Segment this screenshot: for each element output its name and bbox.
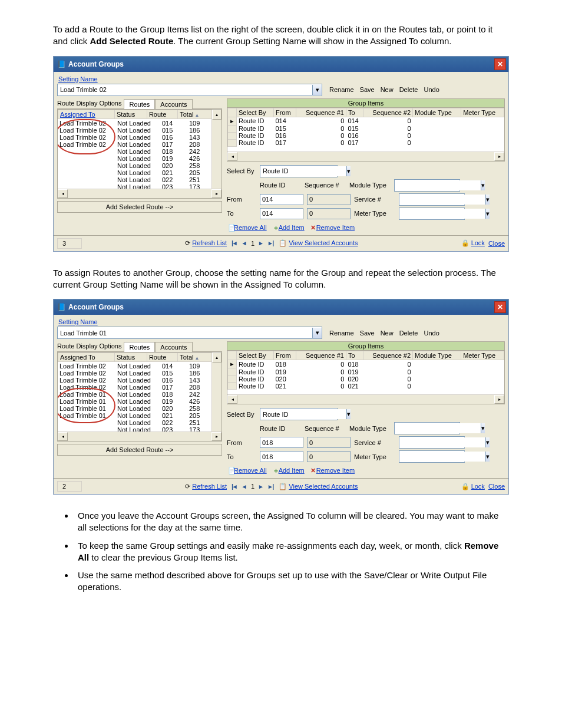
table-row[interactable]: ▸Route ID01800180 xyxy=(228,360,504,368)
chevron-down-icon[interactable]: ▾ xyxy=(481,423,485,433)
col-meter-type[interactable]: Meter Type xyxy=(461,351,504,360)
col-status[interactable]: Status xyxy=(114,353,147,362)
chevron-down-icon[interactable]: ▾ xyxy=(312,85,322,95)
col-from[interactable]: From xyxy=(273,108,296,117)
table-row[interactable]: Not Loaded022251 xyxy=(58,419,203,426)
to-route-input[interactable]: 014 xyxy=(260,208,303,219)
nav-last-icon[interactable]: ▸| xyxy=(267,239,275,247)
table-row[interactable]: Not Loaded020258 xyxy=(58,162,203,169)
col-meter-type[interactable]: Meter Type xyxy=(461,108,504,117)
setting-name-input[interactable] xyxy=(58,328,312,338)
chevron-down-icon[interactable]: ▾ xyxy=(485,437,490,447)
add-item-button[interactable]: ＋Add Item xyxy=(273,466,305,475)
tab-routes[interactable]: Routes xyxy=(124,99,155,109)
table-row[interactable]: Not Loaded022251 xyxy=(58,176,203,183)
setting-name-combo[interactable]: ▾ xyxy=(57,84,322,96)
table-row[interactable]: Load Trimble 02Not Loaded017208 xyxy=(58,141,203,148)
col-module-type[interactable]: Module Type xyxy=(413,108,461,117)
view-selected-accounts-button[interactable]: 📋 View Selected Accounts xyxy=(279,239,358,247)
remove-all-button[interactable]: 📄Remove All xyxy=(228,467,267,475)
col-select-by[interactable]: Select By xyxy=(237,351,274,360)
add-item-button[interactable]: ＋Add Item xyxy=(273,223,305,232)
table-row[interactable]: Load Trimble 02Not Loaded014109 xyxy=(58,120,203,127)
remove-all-button[interactable]: 📄Remove All xyxy=(228,224,267,232)
new-button[interactable]: New xyxy=(381,330,394,337)
chevron-down-icon[interactable]: ▾ xyxy=(312,328,322,338)
save-button[interactable]: Save xyxy=(360,86,375,93)
col-select-by[interactable]: Select By xyxy=(237,108,274,117)
vertical-scrollbar[interactable]: ▴ xyxy=(211,110,222,189)
table-row[interactable]: Load Trimble 01Not Loaded020258 xyxy=(58,405,203,412)
from-route-input[interactable]: 018 xyxy=(260,437,303,448)
close-icon[interactable]: ✕ xyxy=(494,301,506,313)
nav-next-icon[interactable]: ▸ xyxy=(258,483,264,490)
chevron-down-icon[interactable]: ▾ xyxy=(485,452,490,462)
setting-name-label[interactable]: Setting Name xyxy=(58,318,505,325)
remove-item-button[interactable]: ✕Remove Item xyxy=(310,224,355,232)
close-icon[interactable]: ✕ xyxy=(494,58,506,70)
setting-name-input[interactable] xyxy=(58,85,312,95)
chevron-down-icon[interactable]: ▾ xyxy=(485,209,490,219)
col-from[interactable]: From xyxy=(273,351,296,360)
table-row[interactable]: Not Loaded021205 xyxy=(58,169,203,176)
remove-item-button[interactable]: ✕Remove Item xyxy=(310,467,355,475)
setting-name-label[interactable]: Setting Name xyxy=(58,75,505,83)
undo-button[interactable]: Undo xyxy=(424,86,439,93)
from-route-input[interactable]: 014 xyxy=(260,194,303,205)
group-items-grid[interactable]: Select By From Sequence #1 To Sequence #… xyxy=(227,351,505,404)
table-row[interactable]: Not Loaded018242 xyxy=(58,148,203,155)
lock-button[interactable]: 🔒 Lock xyxy=(461,483,485,490)
col-to[interactable]: To xyxy=(346,108,363,117)
col-total[interactable]: Total▲ xyxy=(178,353,212,362)
from-seq-input[interactable]: 0 xyxy=(307,194,351,205)
view-selected-accounts-button[interactable]: 📋 View Selected Accounts xyxy=(279,483,358,490)
titlebar[interactable]: 📘 Account Groups ✕ xyxy=(54,57,508,72)
table-row[interactable]: Not Loaded019426 xyxy=(58,155,203,162)
refresh-list-button[interactable]: ⟳ Refresh List xyxy=(185,483,227,490)
tab-accounts[interactable]: Accounts xyxy=(155,99,192,109)
col-total[interactable]: Total▲ xyxy=(178,110,212,118)
rename-button[interactable]: Rename xyxy=(329,330,354,337)
table-row[interactable]: Load Trimble 02Not Loaded015186 xyxy=(58,370,203,377)
table-row[interactable]: Load Trimble 01Not Loaded018242 xyxy=(58,391,203,398)
module-type-combo[interactable]: ▾ xyxy=(394,179,460,192)
table-row[interactable]: Load Trimble 02Not Loaded016143 xyxy=(58,377,203,384)
table-row[interactable]: Load Trimble 02Not Loaded016143 xyxy=(58,134,203,141)
chevron-down-icon[interactable]: ▾ xyxy=(481,180,485,190)
col-assigned-to[interactable]: Assigned To xyxy=(58,110,115,118)
meter-type-combo[interactable]: ▾ xyxy=(399,450,465,463)
chevron-down-icon[interactable]: ▾ xyxy=(346,409,351,419)
add-selected-route-button[interactable]: Add Selected Route --> xyxy=(57,201,222,213)
table-row[interactable]: Route ID02100210 xyxy=(228,383,504,390)
col-seq2[interactable]: Sequence #2 xyxy=(363,108,413,117)
nav-next-icon[interactable]: ▸ xyxy=(258,239,264,247)
table-row[interactable]: Route ID01600160 xyxy=(228,132,504,139)
horizontal-scrollbar[interactable]: ◂▸ xyxy=(227,394,504,404)
tab-accounts[interactable]: Accounts xyxy=(155,342,192,352)
lock-button[interactable]: 🔒 Lock xyxy=(461,239,485,247)
table-row[interactable]: Route ID01900190 xyxy=(228,368,504,375)
table-row[interactable]: Load Trimble 02Not Loaded017208 xyxy=(58,384,203,391)
col-seq1[interactable]: Sequence #1 xyxy=(296,108,346,117)
delete-button[interactable]: Delete xyxy=(399,86,418,93)
nav-first-icon[interactable]: |◂ xyxy=(230,239,238,247)
setting-name-combo[interactable]: ▾ xyxy=(57,327,322,339)
table-row[interactable]: Load Trimble 01Not Loaded021205 xyxy=(58,412,203,419)
to-seq-input[interactable]: 0 xyxy=(307,451,351,462)
col-status[interactable]: Status xyxy=(114,110,147,118)
chevron-down-icon[interactable]: ▾ xyxy=(485,195,490,205)
col-seq2[interactable]: Sequence #2 xyxy=(363,351,413,360)
nav-last-icon[interactable]: ▸| xyxy=(267,483,275,490)
save-button[interactable]: Save xyxy=(360,330,375,337)
nav-prev-icon[interactable]: ◂ xyxy=(242,483,247,490)
from-seq-input[interactable]: 0 xyxy=(307,437,351,448)
group-items-grid[interactable]: Select By From Sequence #1 To Sequence #… xyxy=(227,108,505,162)
new-button[interactable]: New xyxy=(381,86,394,93)
vertical-scrollbar[interactable]: ▴ xyxy=(211,353,222,432)
table-row[interactable]: ▸Route ID01400140 xyxy=(228,117,504,125)
horizontal-scrollbar[interactable]: ◂▸ xyxy=(58,431,222,441)
col-seq1[interactable]: Sequence #1 xyxy=(296,351,346,360)
col-route[interactable]: Route xyxy=(147,353,177,362)
col-module-type[interactable]: Module Type xyxy=(413,351,461,360)
table-row[interactable]: Load Trimble 02Not Loaded015186 xyxy=(58,127,203,134)
